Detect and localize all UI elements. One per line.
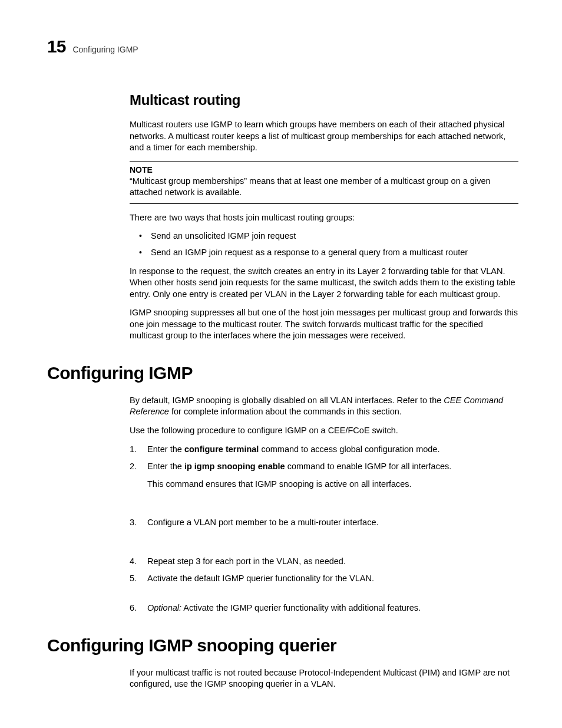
heading-multicast-routing: Multicast routing (130, 92, 518, 108)
heading-configuring-igmp: Configuring IGMP (47, 363, 515, 383)
command: configure terminal (184, 444, 259, 454)
section-configuring-igmp-body: By default, IGMP snooping is globally di… (130, 395, 518, 614)
paragraph: IGMP snooping suppresses all but one of … (130, 307, 518, 342)
note-label: NOTE (130, 165, 518, 174)
list-item: Send an unsolicited IGMP join request (130, 230, 518, 242)
optional-label: Optional: (147, 603, 181, 612)
paragraph: If your multicast traffic is not routed … (130, 667, 518, 690)
text: for complete information about the comma… (169, 407, 402, 416)
command: ip igmp snooping enable (184, 462, 285, 471)
section-snooping-querier: Configuring IGMP snooping querier (47, 635, 515, 655)
step-item: Enter the configure terminal command to … (130, 444, 518, 456)
section-configuring-igmp: Configuring IGMP (47, 363, 515, 383)
header-title: Configuring IGMP (72, 45, 138, 54)
step-item: Repeat step 3 for each port in the VLAN,… (130, 556, 518, 568)
bullet-list: Send an unsolicited IGMP join request Se… (130, 230, 518, 258)
text: Enter the (147, 462, 184, 471)
step-item: Activate the default IGMP querier functi… (130, 573, 518, 585)
step-item: Optional: Activate the IGMP querier func… (130, 602, 518, 614)
text: Enter the (147, 444, 184, 454)
chapter-number: 15 (47, 37, 65, 57)
paragraph: By default, IGMP snooping is globally di… (130, 395, 518, 418)
text: command to enable IGMP for all interface… (285, 462, 452, 471)
ordered-steps: Enter the configure terminal command to … (130, 444, 518, 614)
step-subtext: This command ensures that IGMP snooping … (147, 479, 518, 490)
paragraph: There are two ways that hosts join multi… (130, 212, 518, 224)
section-multicast-routing: Multicast routing Multicast routers use … (130, 92, 518, 342)
step-item: Configure a VLAN port member to be a mul… (130, 517, 518, 529)
note-text: “Multicast group memberships” means that… (130, 176, 518, 199)
section-snooping-querier-body: If your multicast traffic is not routed … (130, 667, 518, 690)
text: By default, IGMP snooping is globally di… (130, 396, 444, 405)
note-box: NOTE “Multicast group memberships” means… (130, 161, 518, 204)
paragraph: Multicast routers use IGMP to learn whic… (130, 119, 518, 154)
text: command to access global configuration m… (259, 444, 439, 454)
text: Activate the IGMP querier functionality … (181, 603, 421, 612)
paragraph: Use the following procedure to configure… (130, 425, 518, 437)
heading-snooping-querier: Configuring IGMP snooping querier (47, 635, 515, 655)
paragraph: In response to the request, the switch c… (130, 266, 518, 301)
page-header: 15 Configuring IGMP (47, 37, 515, 57)
step-item: Enter the ip igmp snooping enable comman… (130, 461, 518, 490)
list-item: Send an IGMP join request as a response … (130, 247, 518, 259)
